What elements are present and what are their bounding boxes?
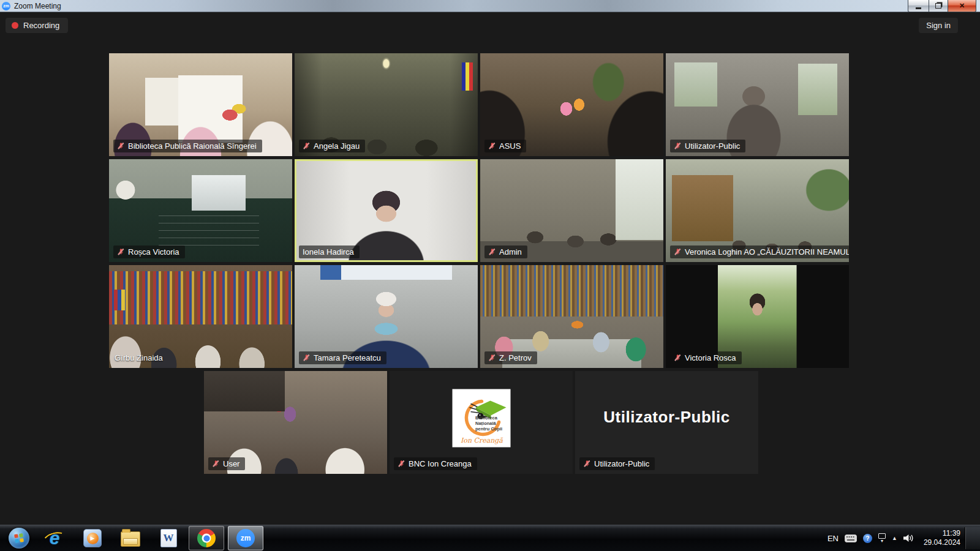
windows-flag-icon — [14, 533, 24, 543]
muted-mic-icon — [674, 354, 682, 362]
participant-name-text: User — [223, 459, 239, 468]
muted-mic-icon — [674, 142, 682, 150]
action-center-icon[interactable]: ▾ — [878, 533, 886, 543]
tile-display-name: Utilizator-Public — [575, 408, 758, 427]
recording-indicator[interactable]: Recording — [6, 18, 68, 33]
participant-tile-angela-jigau[interactable]: Angela Jigau — [295, 53, 478, 156]
restore-icon — [935, 3, 941, 9]
participant-tile-user[interactable]: User — [204, 371, 387, 474]
participant-name-label: Biblioteca Publică Raională Sîngerei — [113, 140, 262, 152]
taskbar-clock[interactable]: 11:39 29.04.2024 — [924, 529, 960, 547]
taskbar-media-player-button[interactable]: ▶ — [74, 526, 111, 550]
participant-name-label: Gîrbu Zinaida — [113, 351, 168, 364]
internet-explorer-icon: e — [45, 528, 64, 548]
minimize-button[interactable] — [908, 0, 929, 12]
clock-time: 11:39 — [924, 529, 960, 538]
muted-mic-icon — [583, 460, 591, 468]
participant-name-text: Admin — [499, 247, 522, 257]
participant-tile-tamara-pereteatcu[interactable]: Tamara Pereteatcu — [295, 265, 478, 368]
participant-name-text: Tamara Pereteatcu — [314, 353, 381, 362]
minimize-icon — [916, 7, 921, 9]
participant-name-label: Utilizator-Public — [579, 457, 655, 470]
participant-name-label: Ionela Hadirca — [299, 246, 360, 258]
muted-mic-icon — [674, 248, 682, 256]
zoom-taskbar-icon: zm — [236, 529, 255, 547]
file-explorer-icon — [121, 531, 140, 547]
speaker-icon[interactable] — [903, 534, 914, 542]
participant-name-text: ASUS — [499, 141, 521, 151]
start-button[interactable] — [2, 526, 36, 550]
recording-dot-icon — [12, 22, 18, 29]
participant-name-label: User — [208, 457, 245, 470]
taskbar-chrome-button[interactable] — [189, 526, 224, 550]
recording-label: Recording — [23, 21, 59, 30]
participant-name-text: Ionela Hadirca — [303, 247, 354, 257]
system-tray: EN ? ▾ ▲ 11:39 29.04.2024 — [827, 525, 960, 551]
participant-name-label: Veronica Loghin AO „CĂLĂUZITORII NEAMUL.… — [670, 246, 849, 258]
participant-name-text: Biblioteca Publică Raională Sîngerei — [128, 141, 257, 151]
close-button[interactable]: ✕ — [948, 0, 976, 12]
participant-tile-veronica-loghin-ao-c-l-uzitorii-neamul[interactable]: Veronica Loghin AO „CĂLĂUZITORII NEAMUL.… — [666, 159, 849, 262]
muted-mic-icon — [212, 460, 220, 468]
bnc-logo-text: Biblioteca Națională pentru Copii — [475, 415, 502, 432]
muted-mic-icon — [488, 142, 496, 150]
participant-name-text: Angela Jigau — [314, 141, 360, 151]
muted-mic-icon — [398, 460, 405, 468]
participant-tile-asus[interactable]: ASUS — [480, 53, 663, 156]
muted-mic-icon — [488, 354, 496, 362]
close-icon: ✕ — [959, 2, 965, 9]
language-indicator[interactable]: EN — [827, 534, 839, 543]
taskbar-file-explorer-button[interactable] — [111, 526, 149, 550]
keyboard-icon[interactable] — [845, 534, 857, 542]
muted-mic-icon — [117, 248, 125, 256]
participant-tile-utilizator-public[interactable]: Utilizator-PublicUtilizator-Public — [575, 371, 758, 474]
zoom-app-icon: zm — [2, 2, 10, 10]
participant-tile-admin[interactable]: Admin — [480, 159, 663, 262]
chrome-icon — [197, 529, 216, 547]
participant-name-label: Victoria Rosca — [670, 351, 742, 364]
participant-name-label: Admin — [484, 246, 527, 258]
window-controls: ✕ — [908, 0, 976, 12]
participant-tile-g-rbu-zinaida[interactable]: Gîrbu Zinaida — [109, 265, 292, 368]
participant-name-text: Veronica Loghin AO „CĂLĂUZITORII NEAMUL.… — [685, 247, 849, 257]
participant-name-label: BNC Ion Creanga — [394, 457, 477, 470]
windows-taskbar: e ▶ W zm EN ? ▾ ▲ — [0, 525, 980, 551]
participant-name-label: Tamara Pereteatcu — [299, 351, 386, 364]
taskbar-internet-explorer-button[interactable]: e — [36, 526, 74, 550]
participant-name-text: Victoria Rosca — [685, 353, 736, 362]
participant-name-text: Gîrbu Zinaida — [115, 353, 163, 362]
participant-name-text: Utilizator-Public — [594, 459, 649, 468]
word-icon: W — [160, 529, 177, 547]
taskbar-word-button[interactable]: W — [149, 526, 187, 550]
muted-mic-icon — [303, 142, 311, 150]
muted-mic-icon — [488, 248, 496, 256]
participant-tile-ionela-hadirca[interactable]: Ionela Hadirca — [295, 159, 478, 262]
participant-tile-bnc-ion-creanga[interactable]: Biblioteca Națională pentru Copii Ion Cr… — [390, 371, 573, 474]
media-player-icon: ▶ — [83, 529, 102, 547]
participant-tile-biblioteca-public-raional-s-ngerei[interactable]: Biblioteca Publică Raională Sîngerei — [109, 53, 292, 156]
participant-name-label: Z. Petrov — [484, 351, 537, 364]
chevron-down-icon: ▾ — [881, 539, 883, 543]
participant-name-label: Angela Jigau — [299, 140, 365, 152]
sign-in-button[interactable]: Sign in — [919, 18, 958, 33]
bnc-logo-script: Ion Creangă — [456, 436, 508, 444]
muted-mic-icon — [303, 354, 311, 362]
window-title: Zoom Meeting — [14, 2, 61, 10]
participant-name-text: Utilizator-Public — [685, 141, 740, 151]
show-desktop-button[interactable] — [965, 527, 980, 549]
windows-start-orb-icon — [9, 528, 29, 549]
show-hidden-icons-button[interactable]: ▲ — [892, 535, 897, 541]
help-icon[interactable]: ? — [863, 534, 872, 543]
participant-tile-victoria-rosca[interactable]: Victoria Rosca — [666, 265, 849, 368]
meeting-stage: Recording Sign in Biblioteca Publică Rai… — [0, 0, 980, 551]
restore-button[interactable] — [929, 0, 948, 12]
participant-tile-z-petrov[interactable]: Z. Petrov — [480, 265, 663, 368]
participant-tile-ro-ca-victoria[interactable]: Roșca Victoria — [109, 159, 292, 262]
bnc-logo-card: Biblioteca Națională pentru Copii Ion Cr… — [452, 389, 510, 448]
participant-name-label: ASUS — [484, 140, 526, 152]
muted-mic-icon — [117, 142, 125, 150]
participant-name-text: Roșca Victoria — [128, 247, 179, 257]
taskbar-apps: e ▶ W zm — [2, 525, 263, 551]
participant-tile-utilizator-public[interactable]: Utilizator-Public — [666, 53, 849, 156]
taskbar-zoom-button[interactable]: zm — [228, 526, 263, 550]
